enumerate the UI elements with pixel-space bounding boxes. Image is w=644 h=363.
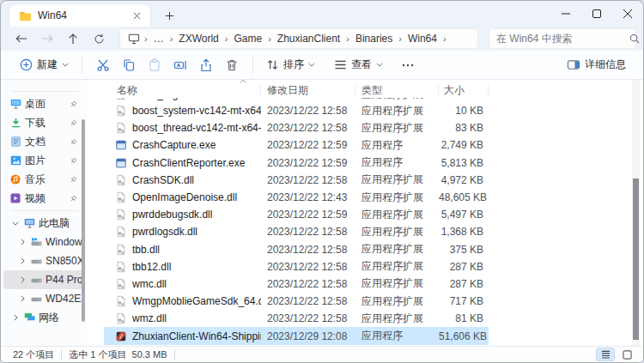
file-row[interactable]: boost_system-vc142-mt-x64-1_70.dll 2023/… xyxy=(104,102,489,119)
file-row[interactable]: wmz.dll 2023/12/22 12:58 应用程序扩展 81 KB xyxy=(104,310,489,327)
selection-count: 选中 1 个项目 xyxy=(69,348,126,361)
plus-circle-icon xyxy=(20,58,33,71)
file-row[interactable]: tbb12.dll 2023/12/22 12:58 应用程序扩展 287 KB xyxy=(104,258,489,275)
file-row[interactable]: CrashClientReporter.exe 2023/12/22 12:59… xyxy=(104,154,489,172)
new-button[interactable]: 新建 xyxy=(15,54,74,76)
file-row-selected[interactable]: ZhuxianClient-Win64-Shipping.exe 2023/12… xyxy=(104,327,489,344)
maximize-button[interactable] xyxy=(581,1,612,27)
column-header-name[interactable]: 名称 xyxy=(104,83,261,98)
column-header-date[interactable]: 修改日期 xyxy=(261,83,355,98)
pin-icon xyxy=(70,100,77,108)
breadcrumb-item-game[interactable]: Game xyxy=(229,32,266,45)
chevron-right-icon[interactable] xyxy=(17,295,27,302)
tab-close-icon[interactable] xyxy=(130,9,143,22)
file-row[interactable]: pwrdlogsdk.dll 2023/12/22 12:58 应用程序扩展 1… xyxy=(104,223,489,240)
chevron-down-icon xyxy=(308,63,315,67)
file-row[interactable]: pwrddebugsdk.dll 2023/12/22 12:59 应用程序扩展… xyxy=(104,206,489,223)
sidebar-item-downloads[interactable]: 下载 xyxy=(1,113,87,132)
drive-icon xyxy=(31,257,42,266)
pin-icon xyxy=(70,176,77,184)
breadcrumb-item-zhuxianclient[interactable]: ZhuxianClient xyxy=(273,32,344,45)
sidebar-item-drive-d[interactable]: SN850X (D:) xyxy=(3,251,84,270)
pin-icon xyxy=(70,157,77,165)
copy-button[interactable] xyxy=(116,53,142,77)
dll-file-icon xyxy=(115,105,127,117)
chevron-right-icon[interactable] xyxy=(17,276,27,283)
statusbar-divider xyxy=(174,350,175,360)
delete-button[interactable] xyxy=(219,53,245,77)
details-pane-icon xyxy=(567,58,580,71)
chevron-right-icon[interactable] xyxy=(10,314,21,321)
music-icon xyxy=(10,174,21,185)
sidebar-scrollbar[interactable] xyxy=(82,119,85,322)
large-icons-view-button[interactable] xyxy=(617,348,636,361)
sidebar-item-drive-f[interactable]: WD42EJRX (F:) xyxy=(3,289,84,308)
file-row[interactable]: CrashSDK.dll 2023/12/22 12:58 应用程序扩展 4,9… xyxy=(104,172,489,189)
chevron-down-icon xyxy=(376,63,383,67)
sort-button[interactable]: 排序 xyxy=(261,54,320,76)
file-row[interactable]: WmgpMoblieGameSdk_64.dll 2023/12/22 12:5… xyxy=(104,293,489,310)
column-header-type[interactable]: 类型 xyxy=(355,83,439,98)
close-button[interactable] xyxy=(612,1,643,27)
tab-win64[interactable]: Win64 xyxy=(9,3,151,27)
view-button-label: 查看 xyxy=(351,57,372,72)
sidebar-item-music[interactable]: 音乐 xyxy=(1,170,87,189)
sidebar: 桌面 下载 文档 xyxy=(1,80,87,346)
refresh-button[interactable] xyxy=(88,28,109,49)
cut-button[interactable] xyxy=(90,53,116,77)
sidebar-item-drive-c[interactable]: Windows11 (C:) xyxy=(3,233,84,251)
file-row[interactable]: boost_thread-vc142-mt-x64-1_70.dll 2023/… xyxy=(104,119,489,136)
breadcrumb-ellipsis[interactable]: … xyxy=(149,32,168,45)
rename-button[interactable] xyxy=(167,53,193,77)
dll-file-icon xyxy=(115,122,127,134)
sidebar-item-documents[interactable]: 文档 xyxy=(1,132,87,151)
pin-icon xyxy=(70,195,77,203)
more-button[interactable] xyxy=(395,53,421,77)
chevron-right-icon[interactable] xyxy=(17,257,27,264)
file-row[interactable]: CrashCapture.exe 2023/12/22 12:59 应用程序 2… xyxy=(104,136,489,154)
column-header-size[interactable]: 大小 xyxy=(439,83,489,98)
sidebar-item-network[interactable]: 网络 xyxy=(3,308,84,327)
sidebar-item-this-pc[interactable]: 此电脑 xyxy=(3,214,84,233)
breadcrumb-item-zxworld[interactable]: ZXWorld xyxy=(174,32,222,45)
share-button[interactable] xyxy=(193,53,219,77)
copy-icon xyxy=(122,58,136,72)
file-row[interactable]: OpenImageDenoise.dll 2023/12/22 12:43 应用… xyxy=(104,189,489,206)
file-row-partial[interactable]: boost_regex-vc142-mt-x64-1_70.dll 2023/1… xyxy=(104,98,489,102)
this-pc-icon xyxy=(24,218,35,228)
titlebar: Win64 xyxy=(1,1,643,27)
chevron-down-icon[interactable] xyxy=(10,221,21,226)
file-row[interactable]: wmc.dll 2023/12/22 12:58 应用程序扩展 287 KB xyxy=(104,275,489,293)
search-icon[interactable] xyxy=(629,33,640,44)
scissors-icon xyxy=(96,58,110,72)
breadcrumb-item-win64[interactable]: Win64 xyxy=(404,32,441,45)
sort-button-label: 排序 xyxy=(283,57,304,72)
selection-size: 50.3 MB xyxy=(132,349,167,360)
chevron-right-icon[interactable] xyxy=(17,239,27,245)
arrow-right-icon xyxy=(41,33,53,44)
arrow-left-icon xyxy=(15,33,27,44)
up-button[interactable] xyxy=(63,28,83,49)
minimize-button[interactable] xyxy=(550,1,581,27)
paste-button[interactable] xyxy=(142,53,167,77)
paste-icon xyxy=(148,58,161,72)
back-button[interactable] xyxy=(11,28,32,49)
breadcrumb-item-binaries[interactable]: Binaries xyxy=(351,32,397,45)
new-tab-button[interactable] xyxy=(158,4,180,27)
file-list-scrollbar-thumb[interactable] xyxy=(633,178,639,340)
exe-file-icon xyxy=(115,139,127,151)
sidebar-item-videos[interactable]: 视频 xyxy=(1,189,87,208)
details-pane-toggle[interactable]: 详细信息 xyxy=(562,54,631,76)
dll-file-icon xyxy=(115,209,127,221)
sidebar-item-desktop[interactable]: 桌面 xyxy=(1,94,87,113)
search-input[interactable] xyxy=(496,33,629,45)
sidebar-item-drive-e[interactable]: P44 Pro (E:) xyxy=(3,270,84,289)
file-row[interactable]: tbb.dll 2023/12/22 12:58 应用程序扩展 375 KB xyxy=(104,241,489,258)
exe-file-icon xyxy=(115,157,127,169)
forward-button[interactable] xyxy=(37,28,58,49)
sidebar-item-pictures[interactable]: 图片 xyxy=(1,151,87,170)
details-view-button[interactable] xyxy=(596,348,615,361)
view-button[interactable]: 查看 xyxy=(329,54,388,76)
monitor-icon[interactable] xyxy=(125,33,143,45)
view-lines-icon xyxy=(334,59,347,70)
